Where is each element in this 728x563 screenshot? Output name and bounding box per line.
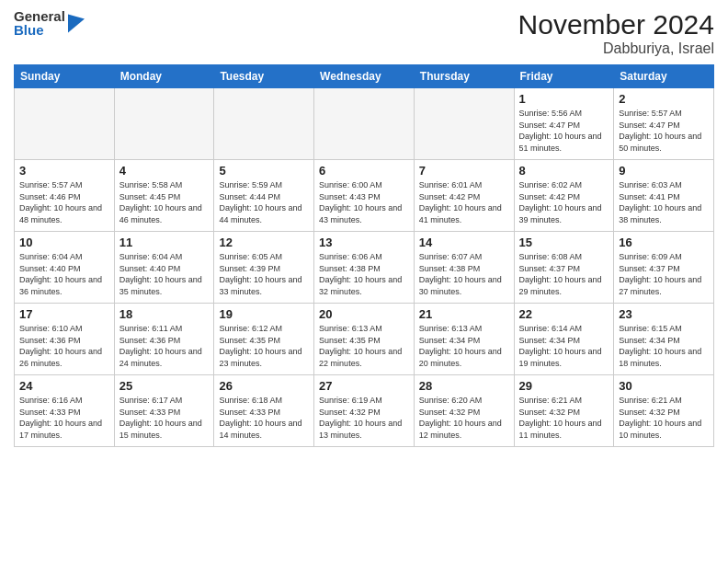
calendar-cell-w3-d4: 13Sunrise: 6:06 AM Sunset: 4:38 PM Dayli… [314, 232, 415, 304]
day-number: 13 [319, 236, 409, 249]
day-number: 1 [519, 92, 609, 106]
week-row-5: 24Sunrise: 6:16 AM Sunset: 4:33 PM Dayli… [15, 375, 714, 447]
logo: General Blue [14, 9, 85, 37]
day-info: Sunrise: 6:04 AM Sunset: 4:40 PM Dayligh… [119, 251, 210, 297]
day-info: Sunrise: 6:00 AM Sunset: 4:43 PM Dayligh… [319, 179, 409, 225]
calendar-cell-w5-d4: 27Sunrise: 6:19 AM Sunset: 4:32 PM Dayli… [314, 375, 415, 447]
day-number: 19 [219, 307, 309, 321]
header-wednesday: Wednesday [314, 65, 415, 88]
logo-general: General [14, 9, 65, 23]
day-info: Sunrise: 6:02 AM Sunset: 4:42 PM Dayligh… [519, 179, 609, 225]
day-info: Sunrise: 6:21 AM Sunset: 4:32 PM Dayligh… [619, 395, 709, 441]
day-number: 29 [519, 379, 609, 393]
day-number: 2 [619, 92, 709, 106]
calendar-cell-w4-d2: 18Sunrise: 6:11 AM Sunset: 4:36 PM Dayli… [114, 304, 214, 375]
logo-triangle-icon [68, 10, 85, 33]
day-info: Sunrise: 5:57 AM Sunset: 4:46 PM Dayligh… [19, 179, 109, 225]
calendar-cell-w3-d2: 11Sunrise: 6:04 AM Sunset: 4:40 PM Dayli… [114, 232, 214, 304]
day-info: Sunrise: 6:17 AM Sunset: 4:33 PM Dayligh… [119, 395, 210, 441]
day-number: 20 [319, 307, 409, 321]
day-number: 4 [119, 164, 210, 178]
day-number: 8 [519, 164, 609, 178]
calendar-cell-w5-d1: 24Sunrise: 6:16 AM Sunset: 4:33 PM Dayli… [15, 375, 115, 447]
header-sunday: Sunday [15, 65, 115, 88]
day-number: 11 [119, 236, 210, 249]
day-number: 27 [319, 379, 409, 393]
calendar-cell-w2-d5: 7Sunrise: 6:01 AM Sunset: 4:42 PM Daylig… [414, 160, 514, 232]
header-thursday: Thursday [414, 65, 514, 88]
month-title: November 2024 [518, 9, 714, 40]
day-info: Sunrise: 6:10 AM Sunset: 4:36 PM Dayligh… [19, 323, 109, 369]
day-number: 22 [519, 307, 609, 321]
calendar-cell-w5-d3: 26Sunrise: 6:18 AM Sunset: 4:33 PM Dayli… [214, 375, 314, 447]
day-number: 5 [219, 164, 309, 178]
day-info: Sunrise: 6:16 AM Sunset: 4:33 PM Dayligh… [19, 395, 109, 441]
day-info: Sunrise: 5:56 AM Sunset: 4:47 PM Dayligh… [519, 108, 609, 154]
week-row-1: 1Sunrise: 5:56 AM Sunset: 4:47 PM Daylig… [15, 88, 714, 160]
header-monday: Monday [114, 65, 214, 88]
calendar-cell-w2-d1: 3Sunrise: 5:57 AM Sunset: 4:46 PM Daylig… [15, 160, 115, 232]
day-number: 10 [19, 236, 109, 249]
day-info: Sunrise: 6:12 AM Sunset: 4:35 PM Dayligh… [219, 323, 309, 369]
page-container: General Blue November 2024 Dabburiya, Is… [0, 0, 728, 456]
logo-blue: Blue [14, 23, 65, 37]
calendar-cell-w4-d4: 20Sunrise: 6:13 AM Sunset: 4:35 PM Dayli… [314, 304, 415, 375]
calendar-cell-w2-d3: 5Sunrise: 5:59 AM Sunset: 4:44 PM Daylig… [214, 160, 314, 232]
day-number: 7 [419, 164, 509, 178]
day-number: 21 [419, 307, 509, 321]
calendar-cell-w1-d4 [314, 88, 415, 160]
day-info: Sunrise: 6:13 AM Sunset: 4:35 PM Dayligh… [319, 323, 409, 369]
day-info: Sunrise: 5:58 AM Sunset: 4:45 PM Dayligh… [119, 179, 210, 225]
calendar-cell-w2-d6: 8Sunrise: 6:02 AM Sunset: 4:42 PM Daylig… [514, 160, 614, 232]
weekday-header-row: Sunday Monday Tuesday Wednesday Thursday… [15, 65, 714, 88]
day-info: Sunrise: 6:04 AM Sunset: 4:40 PM Dayligh… [19, 251, 109, 297]
title-block: November 2024 Dabburiya, Israel [518, 9, 714, 57]
day-number: 23 [619, 307, 709, 321]
day-number: 15 [519, 236, 609, 249]
day-number: 12 [219, 236, 309, 249]
day-number: 17 [19, 307, 109, 321]
calendar-table: Sunday Monday Tuesday Wednesday Thursday… [14, 64, 714, 447]
day-info: Sunrise: 6:08 AM Sunset: 4:37 PM Dayligh… [519, 251, 609, 297]
day-number: 26 [219, 379, 309, 393]
header-friday: Friday [514, 65, 614, 88]
calendar-cell-w5-d6: 29Sunrise: 6:21 AM Sunset: 4:32 PM Dayli… [514, 375, 614, 447]
header-tuesday: Tuesday [214, 65, 314, 88]
day-number: 16 [619, 236, 709, 249]
day-number: 6 [319, 164, 409, 178]
day-info: Sunrise: 6:14 AM Sunset: 4:34 PM Dayligh… [519, 323, 609, 369]
day-info: Sunrise: 5:59 AM Sunset: 4:44 PM Dayligh… [219, 179, 309, 225]
calendar-cell-w1-d6: 1Sunrise: 5:56 AM Sunset: 4:47 PM Daylig… [514, 88, 614, 160]
day-number: 30 [619, 379, 709, 393]
calendar-cell-w2-d7: 9Sunrise: 6:03 AM Sunset: 4:41 PM Daylig… [614, 160, 714, 232]
header-saturday: Saturday [614, 65, 714, 88]
day-info: Sunrise: 6:09 AM Sunset: 4:37 PM Dayligh… [619, 251, 709, 297]
day-info: Sunrise: 6:07 AM Sunset: 4:38 PM Dayligh… [419, 251, 509, 297]
day-info: Sunrise: 6:20 AM Sunset: 4:32 PM Dayligh… [419, 395, 509, 441]
calendar-cell-w5-d2: 25Sunrise: 6:17 AM Sunset: 4:33 PM Dayli… [114, 375, 214, 447]
header: General Blue November 2024 Dabburiya, Is… [14, 9, 714, 57]
calendar-cell-w4-d3: 19Sunrise: 6:12 AM Sunset: 4:35 PM Dayli… [214, 304, 314, 375]
calendar-cell-w3-d5: 14Sunrise: 6:07 AM Sunset: 4:38 PM Dayli… [414, 232, 514, 304]
day-info: Sunrise: 6:13 AM Sunset: 4:34 PM Dayligh… [419, 323, 509, 369]
calendar-cell-w1-d7: 2Sunrise: 5:57 AM Sunset: 4:47 PM Daylig… [614, 88, 714, 160]
location: Dabburiya, Israel [518, 40, 714, 57]
day-info: Sunrise: 6:18 AM Sunset: 4:33 PM Dayligh… [219, 395, 309, 441]
calendar-cell-w2-d2: 4Sunrise: 5:58 AM Sunset: 4:45 PM Daylig… [114, 160, 214, 232]
day-number: 9 [619, 164, 709, 178]
day-info: Sunrise: 6:01 AM Sunset: 4:42 PM Dayligh… [419, 179, 509, 225]
calendar-cell-w1-d2 [114, 88, 214, 160]
day-info: Sunrise: 6:19 AM Sunset: 4:32 PM Dayligh… [319, 395, 409, 441]
week-row-4: 17Sunrise: 6:10 AM Sunset: 4:36 PM Dayli… [15, 304, 714, 375]
day-info: Sunrise: 6:03 AM Sunset: 4:41 PM Dayligh… [619, 179, 709, 225]
day-number: 24 [19, 379, 109, 393]
logo-text: General Blue [14, 9, 65, 37]
calendar-cell-w4-d5: 21Sunrise: 6:13 AM Sunset: 4:34 PM Dayli… [414, 304, 514, 375]
week-row-3: 10Sunrise: 6:04 AM Sunset: 4:40 PM Dayli… [15, 232, 714, 304]
calendar-cell-w1-d1 [15, 88, 115, 160]
calendar-cell-w4-d7: 23Sunrise: 6:15 AM Sunset: 4:34 PM Dayli… [614, 304, 714, 375]
calendar-cell-w3-d3: 12Sunrise: 6:05 AM Sunset: 4:39 PM Dayli… [214, 232, 314, 304]
day-info: Sunrise: 6:21 AM Sunset: 4:32 PM Dayligh… [519, 395, 609, 441]
day-info: Sunrise: 6:15 AM Sunset: 4:34 PM Dayligh… [619, 323, 709, 369]
calendar-cell-w3-d7: 16Sunrise: 6:09 AM Sunset: 4:37 PM Dayli… [614, 232, 714, 304]
